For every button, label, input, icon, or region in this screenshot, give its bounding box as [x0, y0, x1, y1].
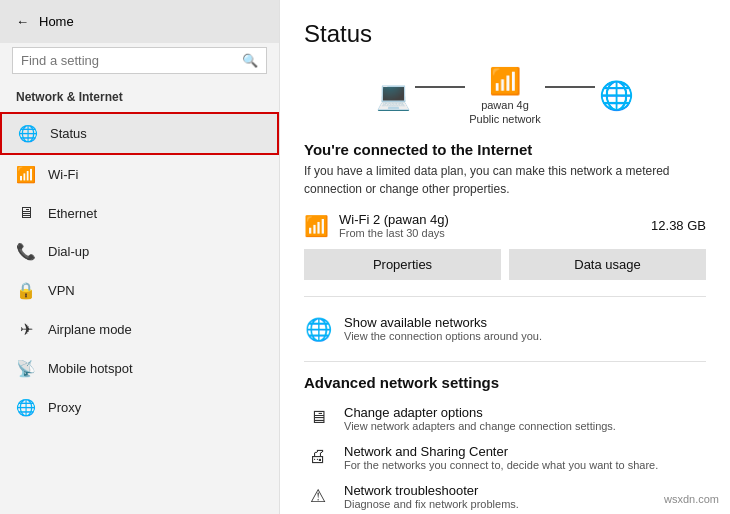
- sidebar-item-label-dialup: Dial-up: [48, 244, 89, 259]
- adv-text-adapter: Change adapter options View network adap…: [344, 405, 616, 432]
- sidebar-item-label-airplane: Airplane mode: [48, 322, 132, 337]
- sidebar-item-dialup[interactable]: 📞 Dial-up: [0, 232, 279, 271]
- sidebar-item-label-proxy: Proxy: [48, 400, 81, 415]
- adv-title-sharing: Network and Sharing Center: [344, 444, 658, 459]
- action-buttons: Properties Data usage: [304, 249, 706, 280]
- watermark: wsxdn.com: [661, 492, 722, 506]
- status-icon: 🌐: [18, 124, 38, 143]
- content-area: Status 💻 📶 pawan 4g Public network 🌐 You…: [280, 0, 730, 514]
- sidebar-section-title: Network & Internet: [0, 84, 279, 112]
- home-label: Home: [39, 14, 74, 29]
- networks-sub: View the connection options around you.: [344, 330, 542, 342]
- adv-text-sharing: Network and Sharing Center For the netwo…: [344, 444, 658, 471]
- globe-wrap: 🌐: [599, 79, 634, 112]
- computer-icon: 💻: [376, 79, 411, 112]
- wifi-name: Wi-Fi 2 (pawan 4g): [339, 212, 641, 227]
- show-networks-option[interactable]: 🌐 Show available networks View the conne…: [304, 307, 706, 351]
- adapter-icon: 🖥: [304, 407, 332, 428]
- search-icon: 🔍: [242, 53, 258, 68]
- line-1: [415, 86, 465, 88]
- ethernet-icon: 🖥: [16, 204, 36, 222]
- airplane-icon: ✈: [16, 320, 36, 339]
- adv-sub-troubleshooter: Diagnose and fix network problems.: [344, 498, 519, 510]
- home-icon: ←: [16, 14, 29, 29]
- wifi-data-usage: 12.38 GB: [651, 218, 706, 233]
- sidebar: ← Home 🔍 Network & Internet 🌐 Status 📶 W…: [0, 0, 280, 514]
- sidebar-home[interactable]: ← Home: [0, 0, 279, 43]
- wifi-diagram-icon: 📶: [489, 66, 521, 97]
- adv-option-adapter[interactable]: 🖥 Change adapter options View network ad…: [304, 399, 706, 438]
- wifi-row-icon: 📶: [304, 214, 329, 238]
- wifi-diagram-sublabel: Public network: [469, 113, 541, 125]
- search-box: 🔍: [12, 47, 267, 74]
- sidebar-item-label-vpn: VPN: [48, 283, 75, 298]
- page-title: Status: [304, 20, 706, 48]
- adv-option-sharing[interactable]: 🖨 Network and Sharing Center For the net…: [304, 438, 706, 477]
- hotspot-icon: 📡: [16, 359, 36, 378]
- adv-title-troubleshooter: Network troubleshooter: [344, 483, 519, 498]
- divider-2: [304, 361, 706, 362]
- sidebar-item-label-status: Status: [50, 126, 87, 141]
- wifi-wrap: 📶 pawan 4g Public network: [469, 66, 541, 125]
- sidebar-item-ethernet[interactable]: 🖥 Ethernet: [0, 194, 279, 232]
- line-2: [545, 86, 595, 88]
- wifi-icon: 📶: [16, 165, 36, 184]
- wifi-info: Wi-Fi 2 (pawan 4g) From the last 30 days: [339, 212, 641, 239]
- wifi-diagram-label: pawan 4g: [481, 99, 529, 111]
- sharing-icon: 🖨: [304, 446, 332, 467]
- sidebar-item-label-hotspot: Mobile hotspot: [48, 361, 133, 376]
- adv-title-adapter: Change adapter options: [344, 405, 616, 420]
- network-diagram: 💻 📶 pawan 4g Public network 🌐: [304, 66, 706, 125]
- sidebar-item-hotspot[interactable]: 📡 Mobile hotspot: [0, 349, 279, 388]
- sidebar-item-label-ethernet: Ethernet: [48, 206, 97, 221]
- sidebar-item-wifi[interactable]: 📶 Wi-Fi: [0, 155, 279, 194]
- adv-sub-adapter: View network adapters and change connect…: [344, 420, 616, 432]
- sidebar-item-proxy[interactable]: 🌐 Proxy: [0, 388, 279, 427]
- wifi-sub: From the last 30 days: [339, 227, 641, 239]
- vpn-icon: 🔒: [16, 281, 36, 300]
- proxy-icon: 🌐: [16, 398, 36, 417]
- adv-option-troubleshooter[interactable]: ⚠ Network troubleshooter Diagnose and fi…: [304, 477, 706, 514]
- adv-sub-sharing: For the networks you connect to, decide …: [344, 459, 658, 471]
- data-usage-button[interactable]: Data usage: [509, 249, 706, 280]
- advanced-heading: Advanced network settings: [304, 374, 706, 391]
- search-input[interactable]: [21, 53, 236, 68]
- connected-title: You're connected to the Internet: [304, 141, 706, 158]
- sidebar-item-label-wifi: Wi-Fi: [48, 167, 78, 182]
- connected-desc: If you have a limited data plan, you can…: [304, 162, 706, 198]
- properties-button[interactable]: Properties: [304, 249, 501, 280]
- sidebar-item-status[interactable]: 🌐 Status: [0, 112, 279, 155]
- computer-wrap: 💻: [376, 79, 411, 112]
- networks-text: Show available networks View the connect…: [344, 315, 542, 342]
- networks-icon: 🌐: [304, 317, 332, 343]
- wifi-info-row: 📶 Wi-Fi 2 (pawan 4g) From the last 30 da…: [304, 212, 706, 239]
- sidebar-item-airplane[interactable]: ✈ Airplane mode: [0, 310, 279, 349]
- dialup-icon: 📞: [16, 242, 36, 261]
- troubleshooter-icon: ⚠: [304, 485, 332, 507]
- divider-1: [304, 296, 706, 297]
- globe-icon: 🌐: [599, 79, 634, 112]
- adv-text-troubleshooter: Network troubleshooter Diagnose and fix …: [344, 483, 519, 510]
- sidebar-item-vpn[interactable]: 🔒 VPN: [0, 271, 279, 310]
- networks-title: Show available networks: [344, 315, 542, 330]
